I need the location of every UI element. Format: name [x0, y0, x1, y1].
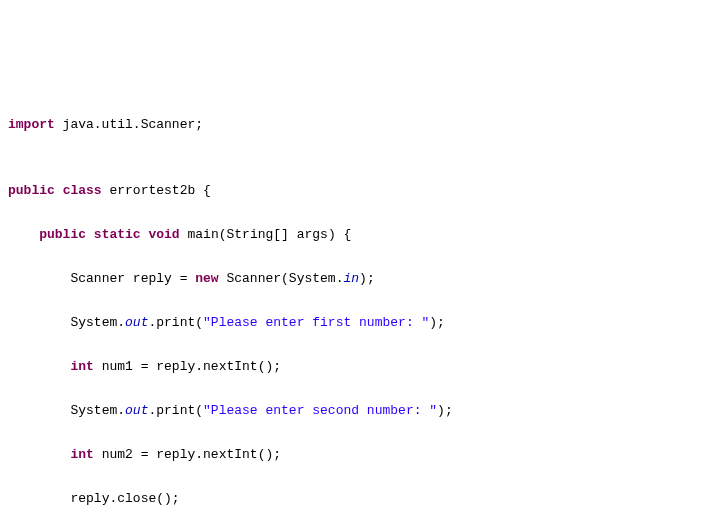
code-text: java.util.Scanner;: [55, 117, 203, 132]
indent: [8, 491, 70, 506]
code-text: .print(: [148, 403, 203, 418]
code-text: );: [359, 271, 375, 286]
code-block: import java.util.Scanner; public class e…: [8, 92, 699, 518]
code-line: reply.close();: [8, 488, 699, 510]
string-literal: "Please enter first number: ": [203, 315, 429, 330]
keyword-int: int: [70, 447, 93, 462]
code-text: Scanner(System.: [219, 271, 344, 286]
indent: [8, 403, 70, 418]
code-text: Scanner reply =: [70, 271, 195, 286]
keyword-void: void: [148, 227, 179, 242]
code-line: System.out.print("Please enter second nu…: [8, 400, 699, 422]
keyword-int: int: [70, 359, 93, 374]
indent: [8, 227, 39, 242]
code-text: reply.close();: [70, 491, 179, 506]
code-line: int num2 = reply.nextInt();: [8, 444, 699, 466]
string-literal: "Please enter second number: ": [203, 403, 437, 418]
code-text: );: [429, 315, 445, 330]
code-text: num1 = reply.nextInt();: [94, 359, 281, 374]
keyword-public: public: [8, 183, 55, 198]
code-text: num2 = reply.nextInt();: [94, 447, 281, 462]
code-line: Scanner reply = new Scanner(System.in);: [8, 268, 699, 290]
code-line: public class errortest2b {: [8, 180, 699, 202]
keyword-import: import: [8, 117, 55, 132]
code-line: public static void main(String[] args) {: [8, 224, 699, 246]
field-in: in: [343, 271, 359, 286]
code-line: import java.util.Scanner;: [8, 114, 699, 136]
keyword-class: class: [63, 183, 102, 198]
code-text: errortest2b {: [102, 183, 211, 198]
indent: [8, 271, 70, 286]
keyword-static: static: [94, 227, 141, 242]
field-out: out: [125, 403, 148, 418]
keyword-public: public: [39, 227, 86, 242]
indent: [8, 315, 70, 330]
code-text: main(String[] args) {: [180, 227, 352, 242]
code-text: );: [437, 403, 453, 418]
indent: [8, 447, 70, 462]
code-line: System.out.print("Please enter first num…: [8, 312, 699, 334]
code-line: int num1 = reply.nextInt();: [8, 356, 699, 378]
code-text: System.: [70, 315, 125, 330]
keyword-new: new: [195, 271, 218, 286]
code-text: .print(: [148, 315, 203, 330]
indent: [8, 359, 70, 374]
field-out: out: [125, 315, 148, 330]
code-text: System.: [70, 403, 125, 418]
